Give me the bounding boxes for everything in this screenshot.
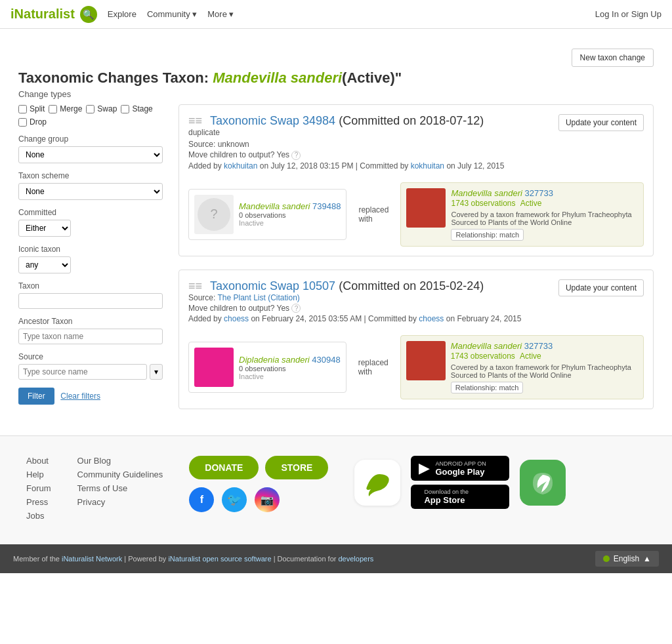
nav-community[interactable]: Community ▾ — [147, 9, 197, 19]
checkbox-stage[interactable]: Stage — [121, 104, 152, 113]
google-play-button[interactable]: ▶ ANDROID APP ON Google Play — [411, 456, 509, 481]
output-taxon-obs-2: 1743 observations — [451, 352, 515, 361]
checkbox-swap[interactable]: Swap — [86, 104, 117, 113]
footer-jobs[interactable]: Jobs — [26, 511, 51, 521]
ancestor-taxon-input[interactable] — [18, 329, 163, 344]
open-source-link[interactable]: iNaturalist open source software — [168, 555, 271, 563]
footer-bottom: Member of the iNaturalist Network | Powe… — [0, 544, 672, 573]
footer-press[interactable]: Press — [26, 497, 51, 507]
stage-checkbox[interactable] — [121, 105, 129, 113]
output-taxon-obs-1: 1743 observations — [451, 199, 515, 208]
input-taxon-number-2[interactable]: 430948 — [312, 355, 340, 365]
swap-committed-1: (Committed on 2018-07-12) — [339, 114, 484, 127]
input-taxon-name-2[interactable]: Dipladenia sanderi — [239, 355, 310, 365]
footer-privacy[interactable]: Privacy — [77, 497, 163, 507]
swap-added-2: Added by choess on February 24, 2015 03:… — [188, 314, 521, 323]
search-icon[interactable]: 🔍 — [80, 6, 97, 23]
tela-app-icon[interactable] — [520, 460, 566, 506]
committed-label: Committed — [18, 208, 163, 217]
output-taxon-2: Mandevilla sanderi 327733 1743 observati… — [400, 335, 644, 399]
change-group-select[interactable]: None — [18, 146, 163, 163]
taxon-scheme-label: Taxon scheme — [18, 171, 163, 180]
update-content-btn-2[interactable]: Update your content — [558, 279, 644, 296]
footer-blog[interactable]: Our Blog — [77, 456, 163, 466]
output-taxon-number-1[interactable]: 327733 — [524, 188, 553, 198]
footer-help[interactable]: Help — [26, 470, 51, 479]
google-play-label-small: ANDROID APP ON — [435, 460, 486, 467]
language-button[interactable]: English ▲ — [595, 551, 659, 567]
facebook-icon[interactable]: f — [189, 487, 214, 512]
source-link-2[interactable]: The Plant List (Citation) — [217, 293, 299, 302]
taxon-field-label: Taxon — [18, 281, 163, 291]
new-taxon-change-button[interactable]: New taxon change — [572, 49, 654, 67]
instagram-icon[interactable]: 📷 — [255, 487, 280, 512]
taxon-input[interactable]: Brazilian Jasmine — [18, 293, 163, 309]
google-play-icon: ▶ — [419, 460, 430, 477]
filter-button[interactable]: Filter — [18, 388, 54, 405]
output-taxon-covered-1: Covered by a taxon framework for Phylum … — [451, 211, 638, 226]
page-title: Taxonomic Changes Taxon: Mandevilla sand… — [18, 70, 654, 87]
swap-committed-by-1[interactable]: kokhuitan — [411, 161, 444, 171]
swap-link-1[interactable]: Taxonomic Swap 34984 — [210, 114, 335, 127]
developers-link[interactable]: developers — [338, 555, 373, 563]
iconic-taxon-filter: Iconic taxon any — [18, 245, 163, 273]
login-link[interactable]: Log In or Sign Up — [595, 9, 662, 19]
source-dropdown-btn[interactable]: ▾ — [150, 364, 163, 380]
app-store-label: App Store — [424, 495, 469, 505]
taxon-scheme-select[interactable]: None — [18, 183, 163, 200]
footer-terms[interactable]: Terms of Use — [77, 483, 163, 493]
title-suffix: (Active)" — [342, 70, 402, 86]
app-store-button[interactable]: Download on the App Store — [411, 485, 509, 509]
filter-actions: Filter Clear filters — [18, 388, 163, 405]
input-taxon-img-2 — [194, 348, 234, 387]
swap-duplicate-1: duplicate — [188, 128, 504, 137]
footer-forum[interactable]: Forum — [26, 483, 51, 493]
drop-checkbox[interactable] — [18, 118, 27, 127]
inaturalist-network-link[interactable]: iNaturalist Network — [62, 555, 122, 563]
taxon-name-link[interactable]: Mandevilla sanderi — [213, 70, 342, 86]
output-taxon-name-1[interactable]: Mandevilla sanderi — [451, 188, 522, 198]
donate-button[interactable]: DONATE — [189, 456, 259, 479]
output-taxon-img-1 — [406, 188, 446, 228]
change-types-label: Change types — [18, 89, 654, 99]
swap-checkbox[interactable] — [86, 105, 94, 113]
checkbox-drop[interactable]: Drop — [18, 117, 47, 127]
output-taxon-info-2: Mandevilla sanderi 327733 1743 observati… — [451, 341, 638, 393]
input-taxon-name-1[interactable]: Mandevilla sanderi — [239, 201, 310, 211]
swap-added-by-2[interactable]: choess — [224, 314, 249, 323]
change-group-label: Change group — [18, 134, 163, 144]
nav-more[interactable]: More ▾ — [207, 9, 234, 19]
swap-committed-by-2[interactable]: choess — [419, 314, 444, 323]
checkbox-split[interactable]: Split — [18, 104, 45, 113]
logo-brand: Naturalist — [14, 7, 75, 21]
lang-label: English — [614, 554, 639, 563]
swap-title-1: Taxonomic Swap 34984 (Committed on 2018-… — [210, 114, 484, 128]
merge-checkbox[interactable] — [49, 105, 57, 113]
twitter-icon[interactable]: 🐦 — [222, 487, 247, 512]
split-checkbox[interactable] — [18, 105, 27, 113]
input-taxon-info-1: Mandevilla sanderi 739488 0 observations… — [239, 201, 341, 227]
output-taxon-number-2[interactable]: 327733 — [524, 341, 553, 351]
swap-link-2[interactable]: Taxonomic Swap 10507 — [210, 279, 335, 292]
checkbox-merge[interactable]: Merge — [49, 104, 82, 113]
iconic-taxon-select[interactable]: any — [18, 256, 71, 273]
footer-col-2: Our Blog Community Guidelines Terms of U… — [77, 456, 163, 525]
replaced-label-1: replacedwith — [353, 205, 394, 224]
source-input[interactable] — [18, 364, 147, 380]
store-button[interactable]: STORE — [265, 456, 328, 479]
main-content: New taxon change Taxonomic Changes Taxon… — [8, 29, 664, 435]
footer-about[interactable]: About — [26, 456, 51, 466]
swap-added-by-1[interactable]: kokhuitan — [224, 161, 257, 171]
output-taxon-name-2[interactable]: Mandevilla sanderi — [451, 341, 522, 351]
clear-filters-button[interactable]: Clear filters — [60, 392, 100, 401]
committed-select[interactable]: Either — [18, 220, 71, 237]
site-logo[interactable]: iNaturalist — [10, 7, 75, 22]
input-taxon-number-1[interactable]: 739488 — [312, 201, 341, 211]
footer-community-guidelines[interactable]: Community Guidelines — [77, 470, 163, 479]
update-content-btn-1[interactable]: Update your content — [558, 114, 644, 131]
results-list: ≡≡ Taxonomic Swap 34984 (Committed on 20… — [178, 104, 654, 422]
app-store-buttons: ▶ ANDROID APP ON Google Play Download on… — [411, 456, 509, 509]
nav-explore[interactable]: Explore — [108, 9, 136, 19]
output-taxon-status-2: Active — [520, 352, 541, 361]
output-taxon-img-2 — [406, 341, 446, 380]
